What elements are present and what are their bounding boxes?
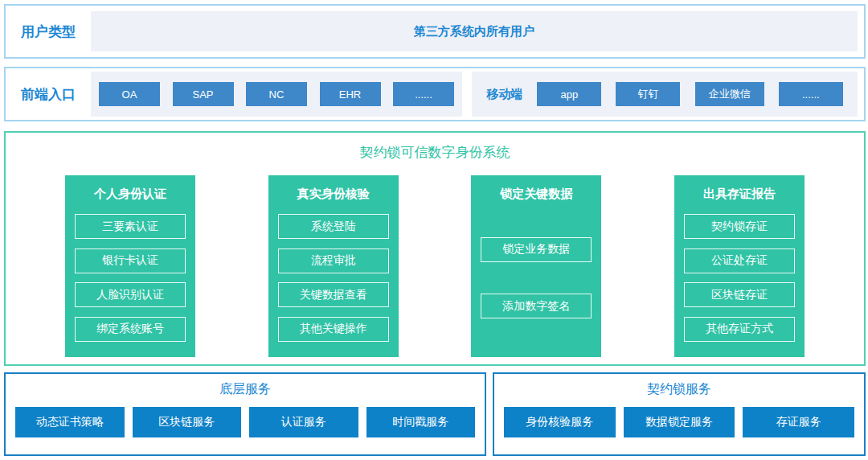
- system-columns: 个人身份认证 三要素认证 银行卡认证 人脸识别认证 绑定系统账号 真实身份核验 …: [6, 175, 864, 357]
- diagram-node-blockchain-evidence: 区块链存证: [684, 282, 795, 307]
- user-type-bar: 第三方系统内所有用户: [91, 11, 858, 51]
- qiyuesuo-services-section: 契约锁服务 身份核验服务 数据锁定服务 存证服务: [493, 372, 866, 456]
- base-services-buttons: 动态证书策略 区块链服务 认证服务 时间戳服务: [6, 407, 485, 437]
- service-button-blockchain[interactable]: 区块链服务: [133, 407, 242, 437]
- diagram-node-three-factor-auth: 三要素认证: [75, 214, 186, 239]
- diagram-node-workflow-approval: 流程审批: [278, 248, 389, 273]
- identity-system-section: 契约锁可信数字身份系统 个人身份认证 三要素认证 银行卡认证 人脸识别认证 绑定…: [4, 131, 866, 366]
- diagram-node-other-evidence: 其他存证方式: [684, 317, 795, 342]
- mobile-entry-panel: 移动端 app 钉钉 企业微信 ......: [472, 72, 858, 117]
- column-items: 系统登陆 流程审批 关键数据查看 其他关键操作: [268, 202, 399, 357]
- diagram-node-face-auth: 人脸识别认证: [75, 282, 186, 307]
- entry-button-sap[interactable]: SAP: [173, 82, 234, 106]
- column-lock-key-data: 锁定关键数据 锁定业务数据 添加数字签名: [471, 175, 601, 357]
- entry-button-app[interactable]: app: [537, 82, 601, 106]
- diagram-node-add-digital-signature: 添加数字签名: [481, 294, 592, 318]
- service-button-dynamic-cert-policy[interactable]: 动态证书策略: [15, 407, 125, 437]
- column-items: 锁定业务数据 添加数字签名: [471, 202, 601, 357]
- base-services-section: 底层服务 动态证书策略 区块链服务 认证服务 时间戳服务: [4, 372, 486, 456]
- entry-button-wecom[interactable]: 企业微信: [695, 82, 764, 106]
- service-button-timestamp[interactable]: 时间戳服务: [366, 407, 476, 437]
- column-items: 三要素认证 银行卡认证 人脸识别认证 绑定系统账号: [65, 202, 195, 357]
- diagram-node-system-login: 系统登陆: [278, 214, 389, 239]
- diagram-node-notary-evidence: 公证处存证: [684, 248, 795, 273]
- frontend-entry-row: 前端入口 OA SAP NC EHR ...... 移动端 app 钉钉 企业微…: [4, 67, 866, 121]
- column-header: 锁定关键数据: [500, 187, 572, 202]
- qiyuesuo-services-buttons: 身份核验服务 数据锁定服务 存证服务: [494, 407, 864, 437]
- web-entry-panel: OA SAP NC EHR ......: [91, 72, 462, 117]
- column-items: 契约锁存证 公证处存证 区块链存证 其他存证方式: [674, 202, 805, 357]
- column-header: 出具存证报告: [703, 187, 776, 202]
- diagram-node-bind-account: 绑定系统账号: [75, 317, 186, 342]
- service-button-identity-verify[interactable]: 身份核验服务: [504, 407, 616, 437]
- system-title: 契约锁可信数字身份系统: [6, 143, 864, 162]
- diagram-node-key-data-view: 关键数据查看: [278, 282, 389, 307]
- diagram-node-lock-business-data: 锁定业务数据: [481, 237, 592, 262]
- column-header: 个人身份认证: [94, 187, 166, 202]
- entry-button-oa[interactable]: OA: [99, 82, 160, 106]
- entry-button-mobile-more[interactable]: ......: [779, 82, 843, 106]
- service-button-evidence[interactable]: 存证服务: [743, 407, 854, 437]
- diagram-node-bankcard-auth: 银行卡认证: [75, 248, 186, 273]
- frontend-entry-label: 前端入口: [6, 85, 91, 104]
- architecture-diagram: 用户类型 第三方系统内所有用户 前端入口 OA SAP NC EHR .....…: [0, 0, 868, 460]
- entry-button-nc[interactable]: NC: [246, 82, 307, 106]
- base-services-title: 底层服务: [6, 381, 485, 398]
- qiyuesuo-services-title: 契约锁服务: [494, 381, 864, 398]
- service-button-data-lock[interactable]: 数据锁定服务: [624, 407, 735, 437]
- column-real-identity-verify: 真实身份核验 系统登陆 流程审批 关键数据查看 其他关键操作: [268, 175, 399, 357]
- diagram-node-qiyuesuo-evidence: 契约锁存证: [684, 214, 795, 239]
- entry-button-ehr[interactable]: EHR: [320, 82, 381, 106]
- column-personal-identity-auth: 个人身份认证 三要素认证 银行卡认证 人脸识别认证 绑定系统账号: [65, 175, 195, 357]
- service-button-authentication[interactable]: 认证服务: [249, 407, 358, 437]
- column-evidence-report: 出具存证报告 契约锁存证 公证处存证 区块链存证 其他存证方式: [674, 175, 805, 357]
- user-type-row: 用户类型 第三方系统内所有用户: [4, 4, 866, 59]
- diagram-node-other-key-ops: 其他关键操作: [278, 317, 389, 342]
- user-type-label: 用户类型: [6, 23, 91, 41]
- entry-button-dingtalk[interactable]: 钉钉: [616, 82, 680, 106]
- entry-button-more[interactable]: ......: [393, 82, 454, 106]
- mobile-entry-label: 移动端: [486, 87, 522, 102]
- column-header: 真实身份核验: [297, 187, 370, 202]
